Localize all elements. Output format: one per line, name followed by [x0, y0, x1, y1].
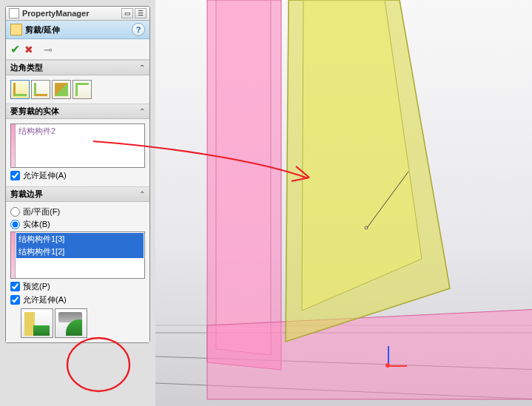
list-item[interactable]: 结构构件1[2]: [16, 246, 144, 258]
list-item[interactable]: 结构构件2: [16, 125, 144, 138]
allow-extend-2-input[interactable]: [10, 295, 20, 305]
help-icon[interactable]: ?: [132, 23, 145, 36]
corner-type-2[interactable]: [31, 80, 50, 99]
corner-type-3[interactable]: [52, 80, 71, 99]
pm-header-tools: ▭ ☰: [121, 8, 147, 18]
section-trim-title: 要剪裁的实体: [10, 106, 139, 117]
ok-icon[interactable]: ✔: [10, 42, 20, 56]
end-type-simple[interactable]: [21, 308, 53, 338]
model-geometry: [155, 0, 532, 406]
section-boundary-header[interactable]: 剪裁边界 ⌃: [6, 187, 149, 202]
action-row: ✔ ✖ ⊸: [6, 39, 149, 60]
boundary-listbox[interactable]: 结构构件1[3] 结构构件1[2]: [10, 231, 145, 279]
corner-type-4[interactable]: [73, 80, 92, 99]
preview-checkbox[interactable]: 预览(P): [10, 281, 145, 292]
svg-marker-1: [216, 0, 271, 355]
chevron-up-icon: ⌃: [139, 190, 145, 198]
section-trim-header[interactable]: 要剪裁的实体 ⌃: [6, 104, 149, 119]
pm-logo-icon: [9, 8, 19, 18]
section-trim-bodies: 要剪裁的实体 ⌃ 结构构件2 允许延伸(A): [6, 104, 149, 186]
pin-icon[interactable]: ⊸: [44, 44, 53, 55]
corner-type-group: [10, 80, 145, 99]
section-corner-type: 边角类型 ⌃: [6, 60, 149, 104]
pm-tool-1-icon[interactable]: ▭: [121, 8, 133, 18]
preview-label: 预览(P): [23, 281, 50, 292]
chevron-up-icon: ⌃: [139, 64, 145, 72]
pm-title: PropertyManager: [22, 9, 121, 18]
svg-marker-2: [207, 309, 532, 399]
end-type-group: [21, 308, 145, 338]
allow-extend-2-checkbox[interactable]: 允许延伸(A): [10, 294, 145, 305]
section-corner-header[interactable]: 边角类型 ⌃: [6, 61, 149, 75]
pm-tool-2-icon[interactable]: ☰: [135, 8, 147, 18]
feature-header: 剪裁/延伸 ?: [6, 21, 149, 39]
end-type-coped[interactable]: [55, 308, 87, 338]
allow-extend-2-label: 允许延伸(A): [23, 294, 67, 305]
allow-extend-input[interactable]: [10, 171, 20, 180]
annotation-circle: [65, 336, 132, 393]
section-trim-boundary: 剪裁边界 ⌃ 面/平面(F) 实体(B) 结构构件1[3] 结构构件1[2]: [6, 186, 149, 342]
cancel-icon[interactable]: ✖: [24, 44, 33, 55]
section-corner-title: 边角类型: [10, 62, 139, 73]
pm-header: PropertyManager ▭ ☰: [6, 7, 149, 21]
radio-body-input[interactable]: [10, 220, 20, 229]
radio-body-label: 实体(B): [23, 219, 50, 230]
svg-point-7: [67, 338, 129, 391]
allow-extend-label: 允许延伸(A): [23, 170, 67, 181]
trim-extend-icon: [10, 24, 22, 35]
radio-body[interactable]: 实体(B): [10, 219, 145, 230]
feature-title: 剪裁/延伸: [25, 24, 132, 35]
allow-extend-checkbox[interactable]: 允许延伸(A): [10, 170, 145, 181]
radio-face-plane[interactable]: 面/平面(F): [10, 206, 145, 217]
chevron-up-icon: ⌃: [139, 107, 145, 115]
trim-bodies-listbox[interactable]: 结构构件2: [10, 124, 145, 168]
section-boundary-title: 剪裁边界: [10, 189, 139, 200]
graphics-viewport[interactable]: 实体 1, 1: 保留: [155, 0, 532, 406]
radio-face-label: 面/平面(F): [23, 206, 60, 217]
radio-face-input[interactable]: [10, 207, 20, 217]
corner-type-1[interactable]: [10, 80, 30, 99]
preview-input[interactable]: [10, 282, 20, 291]
list-item[interactable]: 结构构件1[3]: [16, 233, 144, 246]
property-manager-panel: PropertyManager ▭ ☰ 剪裁/延伸 ? ✔ ✖ ⊸ 边角类型 ⌃: [5, 6, 150, 343]
